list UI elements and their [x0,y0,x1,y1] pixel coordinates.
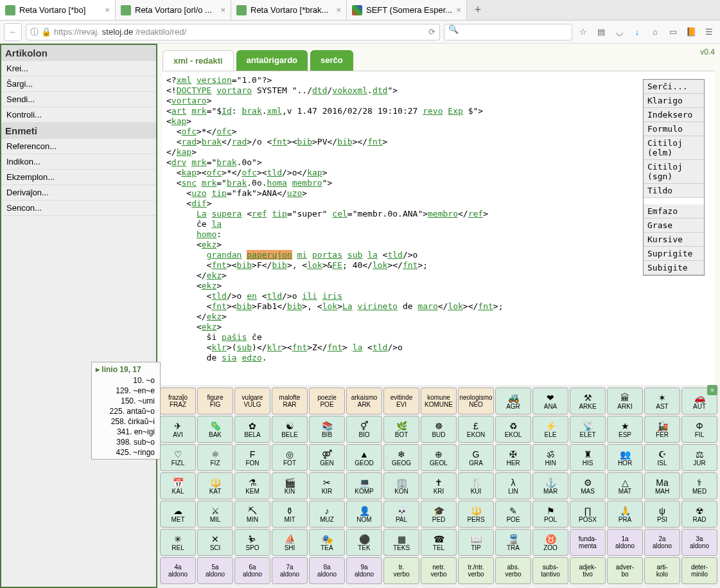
grid-cell-aldono[interactable]: 6aaldono [234,557,270,584]
grid-cell-aldono[interactable]: 5aaldono [197,557,233,584]
grid-cell-bela[interactable]: ✿BELA [234,416,270,443]
grid-cell-kon[interactable]: 🏢KON [383,472,419,499]
tool-panel-item[interactable]: Suprigite [644,247,704,261]
grid-cell-komune[interactable]: komuneKOMUNE [421,388,457,414]
grid-cell-arke[interactable]: ⚒ARKE [570,388,606,414]
browser-tab-2[interactable]: Reta Vortaro [*brak... × [231,0,347,20]
grid-cell-pers[interactable]: 🔱PERS [458,501,494,528]
grid-cell-agr[interactable]: 🚜AGR [495,388,531,414]
reload-icon[interactable]: ⟳ [428,27,435,37]
grid-cell-bud[interactable]: ☸BUD [421,416,457,443]
grid-cell-aldono[interactable]: 3aaldono [681,529,717,556]
grid-cell-geol[interactable]: ⊕GEOL [421,444,457,471]
grid-cell-fot[interactable]: ◎FOT [272,444,308,471]
grid-cell-aldono[interactable]: 1aaldono [607,529,643,556]
tool-panel-item[interactable]: Subigite [644,261,704,275]
grid-cell-bele[interactable]: ☯BELE [272,416,308,443]
tool-panel-item[interactable]: Formulo [644,122,704,136]
grid-cell-kui[interactable]: 🍴KUI [458,472,494,499]
grid-cell-zoo[interactable]: ♉ZOO [532,529,568,556]
grid-cell-tra[interactable]: 🚆TRA [495,529,531,556]
grid-cell-tivo[interactable]: adjek-tivo [570,557,606,584]
grid-cell-mat[interactable]: △MAT [607,472,643,499]
grid-cell-komp[interactable]: 💻KOMP [346,472,382,499]
grid-cell-avi[interactable]: ✈AVI [160,416,196,443]
grid-cell-minilo[interactable]: deter-minilo [681,557,717,584]
tab-close-icon[interactable]: × [456,5,461,15]
grid-cell-mit[interactable]: ⚱MIT [272,501,308,528]
grid-cell-hin[interactable]: ॐHIN [532,444,568,471]
home-icon[interactable]: ⌂ [648,25,662,39]
grid-cell-mil[interactable]: ⚔MIL [197,501,233,528]
sidebar-item[interactable]: Krei... [1,61,156,76]
tool-panel-item[interactable]: Citiloj (sgn) [644,160,704,184]
grid-cell-aldono[interactable]: 7aaldono [272,557,308,584]
grid-cell-tantivo[interactable]: subs-tantivo [532,557,568,584]
grid-cell-bak[interactable]: 🦠BAK [197,416,233,443]
grid-cell-kem[interactable]: ⚗KEM [234,472,270,499]
pocket-icon[interactable]: ◡ [612,25,626,39]
sidebar-item[interactable]: Referencon... [1,139,156,154]
grid-cell-ark[interactable]: arkaismoARK [346,388,382,414]
library-icon[interactable]: ▤ [594,25,608,39]
sidebar-item[interactable]: Ekzemplon... [1,170,156,185]
tool-panel-item[interactable]: Grase [644,218,704,233]
grid-cell-fizl[interactable]: ♡FIZL [160,444,196,471]
grid-cell-elet[interactable]: 📡ELET [570,416,606,443]
tab-xml-redakti[interactable]: xml - redakti [162,50,234,71]
grid-cell-isl[interactable]: ☪ISL [644,444,680,471]
suggest-item[interactable]: 258. ĉirkaŭ~i [93,416,159,427]
suggest-item[interactable]: 225. antaŭ~o [93,406,159,416]
grid-cell-bib[interactable]: 📚BIB [309,416,345,443]
grid-cell-tek[interactable]: ⚫TEK [346,529,382,556]
grid-cell-nom[interactable]: 👤NOM [346,501,382,528]
grid-cell-ekon[interactable]: £EKON [458,416,494,443]
tool-panel-item[interactable]: Indeksero [644,108,704,122]
suggest-item[interactable]: 10. ~o [93,375,159,386]
grid-cell-fraz[interactable]: frazaĵoFRAZ [160,388,196,414]
grid-cell-her[interactable]: ✠HER [495,444,531,471]
back-button[interactable]: ← [4,23,22,41]
grid-cell-kri[interactable]: ✝KRI [421,472,457,499]
grid-cell-tel[interactable]: ☎TEL [421,529,457,556]
grid-cell-esp[interactable]: ★ESP [607,416,643,443]
grid-cell-ekol[interactable]: ♻EKOL [495,416,531,443]
grid-cell-kir[interactable]: ✂KIR [309,472,345,499]
grid-cell-shi[interactable]: ⛵SHI [272,529,308,556]
grid-cell-ele[interactable]: ⚡ELE [532,416,568,443]
grid-cell-posx[interactable]: ∏POSX [570,501,606,528]
grid-cell-muz[interactable]: ♪MUZ [309,501,345,528]
grid-cell-bio[interactable]: ⚥BIO [346,416,382,443]
grid-cell-pra[interactable]: 🙏PRA [607,501,643,528]
sidebar-item[interactable]: Ŝargi... [1,76,156,92]
grid-cell-kolo[interactable]: arti-kolo [644,557,680,584]
grid-cell-rad[interactable]: ☢RAD [681,501,717,528]
grid-cell-hor[interactable]: 👥HOR [607,444,643,471]
grid-cell-met[interactable]: ☁MET [160,501,196,528]
grid-cell-gra[interactable]: GGRA [458,444,494,471]
grid-cell-pol[interactable]: ⚑POL [532,501,568,528]
grid-cell-ast[interactable]: ✶AST [644,388,680,414]
grid-cell-med[interactable]: ⚕MED [681,472,717,499]
grid-cell-aldono[interactable]: 2aaldono [644,529,680,556]
grid-cell-aldono[interactable]: 8aaldono [309,557,345,584]
tab-close-icon[interactable]: × [105,5,110,15]
menu-icon[interactable]: ☰ [702,25,716,39]
grid-cell-tea[interactable]: 🎭TEA [309,529,345,556]
grid-cell-vulg[interactable]: vulgareVULG [234,388,270,414]
grid-cell-gen[interactable]: ⚤GEN [309,444,345,471]
grid-cell-neo[interactable]: neologismoNEO [458,388,494,414]
grid-cell-fig[interactable]: figureFIG [197,388,233,414]
grid-cell-fon[interactable]: FFON [234,444,270,471]
tool-panel-item[interactable]: Tildo [644,184,704,198]
star-icon[interactable]: ☆ [576,25,590,39]
grid-cell-mas[interactable]: ⚙MAS [570,472,606,499]
grid-cell-min[interactable]: ⛏MIN [234,501,270,528]
download-icon[interactable]: ↓ [630,25,644,39]
sidebar-item[interactable]: Sendi... [1,92,156,107]
grid-cell-fil[interactable]: ΦFIL [681,416,717,443]
grid-cell-verbo[interactable]: tr./ntr.verbo [458,557,494,584]
grid-cell-psi[interactable]: ψPSI [644,501,680,528]
sidebar-item[interactable]: Indikon... [1,154,156,170]
grid-cell-aldono[interactable]: 4aaldono [160,557,196,584]
